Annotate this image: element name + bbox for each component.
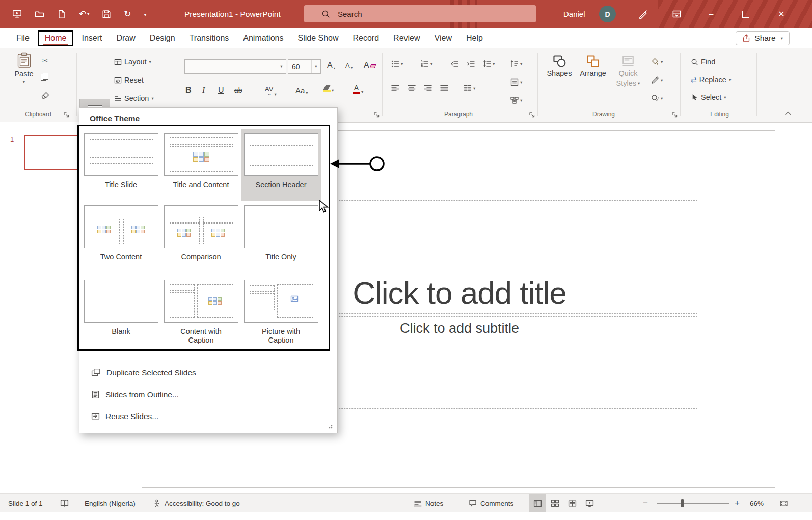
tab-animations[interactable]: Animations — [236, 30, 290, 47]
font-size-input[interactable] — [288, 63, 311, 71]
save-button[interactable] — [102, 10, 111, 19]
cut-button[interactable]: ✂ — [42, 56, 48, 65]
search-input[interactable] — [337, 9, 492, 19]
slide-show-button[interactable] — [581, 494, 598, 512]
replace-button[interactable]: ⇄ Replace ▾ — [691, 73, 731, 86]
tab-view[interactable]: View — [427, 30, 459, 47]
tab-record[interactable]: Record — [346, 30, 387, 47]
layout-option-section-header[interactable]: Section Header — [241, 129, 321, 201]
section-button[interactable]: Section ▾ — [114, 92, 154, 105]
zoom-slider-track[interactable] — [657, 503, 729, 504]
notes-button[interactable]: Notes — [414, 494, 443, 512]
normal-view-button[interactable] — [529, 494, 546, 512]
tab-review[interactable]: Review — [386, 30, 427, 47]
align-right-button[interactable] — [424, 84, 432, 92]
decrease-indent-button[interactable] — [450, 60, 458, 68]
align-text-button[interactable]: ▾ — [510, 78, 522, 86]
duplicate-selected-slides-item[interactable]: Duplicate Selected Slides — [79, 361, 337, 383]
numbering-button[interactable]: ▾ — [421, 60, 432, 68]
minimize-button[interactable]: – — [699, 0, 723, 28]
tab-file[interactable]: File — [9, 30, 37, 47]
strikethrough-button[interactable]: ab — [234, 86, 242, 94]
slide-thumbnail[interactable] — [24, 135, 79, 170]
layout-option-comparison[interactable]: Comparison — [161, 201, 241, 276]
clipboard-dialog-launcher[interactable] — [63, 112, 70, 118]
change-case-button[interactable]: Aa▾ — [295, 86, 308, 95]
layout-option-picture-with-caption[interactable]: Picture with Caption — [241, 276, 321, 355]
shape-outline-button[interactable]: ▾ — [651, 76, 663, 84]
font-size-combo[interactable]: ▾ — [288, 59, 321, 74]
bold-button[interactable]: B — [185, 86, 192, 95]
align-left-button[interactable] — [391, 84, 399, 92]
tab-draw[interactable]: Draw — [109, 30, 142, 47]
undo-button[interactable]: ↶▾ — [79, 9, 89, 19]
avatar[interactable]: D — [599, 6, 616, 22]
character-spacing-button[interactable]: AV↔▾ — [265, 86, 277, 96]
justify-button[interactable] — [440, 84, 448, 92]
zoom-slider-thumb[interactable] — [681, 499, 684, 507]
grow-font-button[interactable]: A▴ — [327, 61, 335, 70]
font-color-button[interactable]: A▾ — [353, 84, 363, 94]
shape-effects-button[interactable]: ▾ — [651, 94, 663, 102]
layout-option-title-only[interactable]: Title Only — [241, 201, 321, 276]
font-size-dropdown[interactable]: ▾ — [311, 60, 320, 73]
reading-view-button[interactable] — [563, 494, 581, 512]
tab-slide-show[interactable]: Slide Show — [290, 30, 345, 47]
paste-button[interactable]: Paste ▾ — [11, 52, 37, 84]
menu-resize-handle[interactable] — [327, 424, 333, 430]
text-highlight-button[interactable]: ▾ — [323, 85, 334, 92]
spell-check-button[interactable] — [60, 494, 69, 512]
slide-sorter-view-button[interactable] — [546, 494, 563, 512]
layout-option-title-slide[interactable]: Title Slide — [81, 129, 161, 201]
tab-insert[interactable]: Insert — [74, 30, 109, 47]
arrange-button[interactable]: Arrange — [578, 55, 608, 77]
accessibility-button[interactable]: Accessibility: Good to go — [153, 494, 240, 512]
drawing-dialog-launcher[interactable] — [671, 112, 678, 118]
font-name-input[interactable] — [185, 63, 277, 71]
redo-button[interactable]: ↻ — [124, 9, 131, 19]
align-center-button[interactable] — [408, 84, 416, 92]
columns-button[interactable]: ▾ — [464, 84, 475, 92]
new-file-button[interactable] — [57, 10, 66, 19]
tab-design[interactable]: Design — [143, 30, 182, 47]
font-dialog-launcher[interactable] — [373, 112, 380, 118]
fit-slide-to-window-button[interactable] — [779, 494, 788, 512]
text-direction-button[interactable]: ▾ — [510, 60, 522, 68]
layout-option-two-content[interactable]: Two Content — [81, 201, 161, 276]
editor-pen-button[interactable] — [632, 0, 654, 28]
find-button[interactable]: Find — [691, 56, 715, 68]
shrink-font-button[interactable]: A▾ — [345, 62, 353, 69]
convert-to-smartart-button[interactable]: ▾ — [510, 96, 522, 105]
zoom-level[interactable]: 66% — [750, 494, 764, 512]
maximize-button[interactable] — [734, 0, 758, 28]
layout-option-content-with-caption[interactable]: Content with Caption — [161, 276, 241, 355]
share-button[interactable]: Share ▾ — [736, 31, 790, 45]
open-file-button[interactable] — [35, 9, 44, 19]
bullets-button[interactable]: ▾ — [391, 60, 403, 68]
reset-button[interactable]: Reset — [114, 74, 144, 86]
clear-formatting-button[interactable]: A — [364, 61, 375, 70]
customize-quick-access-button[interactable]: ▾ — [144, 11, 147, 17]
tab-transitions[interactable]: Transitions — [182, 30, 236, 47]
start-slideshow-button[interactable] — [12, 9, 22, 19]
ribbon-display-options-button[interactable] — [665, 0, 688, 28]
reuse-slides-item[interactable]: Reuse Slides... — [79, 405, 337, 427]
shapes-button[interactable]: Shapes — [546, 55, 573, 77]
italic-button[interactable]: I — [202, 86, 205, 95]
increase-indent-button[interactable] — [467, 60, 475, 68]
zoom-in-button[interactable]: + — [735, 494, 740, 512]
layout-option-title-and-content[interactable]: Title and Content — [161, 129, 241, 201]
copy-button[interactable] — [41, 73, 48, 81]
format-painter-button[interactable] — [41, 92, 49, 100]
layout-button[interactable]: Layout ▾ — [114, 56, 151, 68]
comments-button[interactable]: Comments — [469, 494, 513, 512]
quick-styles-button[interactable]: Quick Styles▾ — [613, 55, 643, 87]
collapse-ribbon-button[interactable] — [784, 111, 791, 117]
tab-home[interactable]: Home — [38, 30, 74, 46]
font-name-combo[interactable]: ▾ — [184, 59, 286, 74]
close-button[interactable]: ✕ — [769, 0, 794, 28]
shape-fill-button[interactable]: ▾ — [651, 58, 663, 66]
language-button[interactable]: English (Nigeria) — [85, 494, 136, 512]
search-box[interactable] — [304, 5, 536, 22]
layout-option-blank[interactable]: Blank — [81, 276, 161, 355]
